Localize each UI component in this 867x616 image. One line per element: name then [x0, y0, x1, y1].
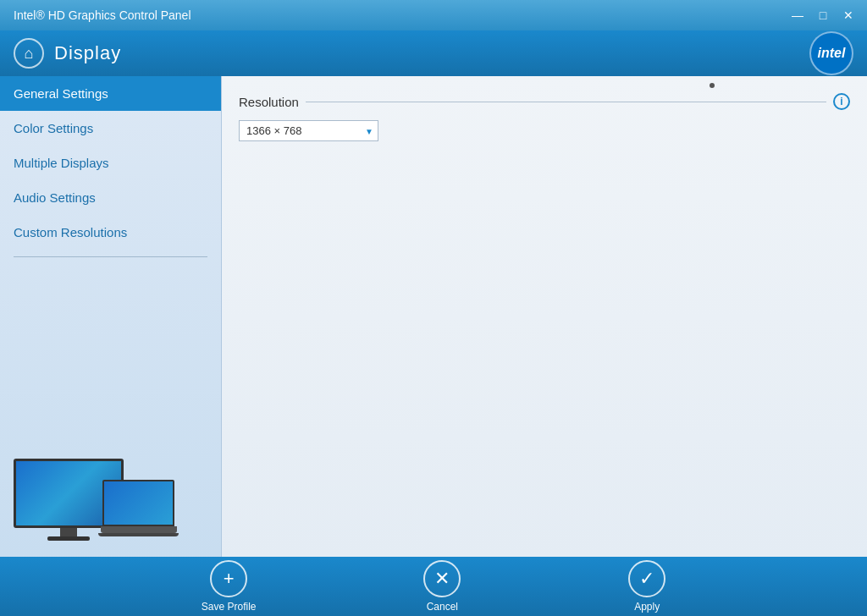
monitor-group: [14, 433, 174, 543]
resolution-section: Resolution i 800 × 600 1024 × 768 1280 ×…: [239, 93, 850, 141]
cancel-action[interactable]: ✕ Cancel: [423, 560, 461, 613]
save-profile-circle: +: [210, 560, 247, 597]
save-profile-icon: +: [224, 568, 235, 590]
cancel-circle: ✕: [423, 560, 461, 597]
intel-text: intel: [818, 46, 846, 61]
app-title: Intel® HD Graphics Control Panel: [14, 8, 191, 22]
maximize-button[interactable]: □: [811, 5, 835, 25]
resolution-label: Resolution: [239, 95, 299, 109]
sidebar-item-multiple-displays[interactable]: Multiple Displays: [0, 146, 221, 180]
resolution-select[interactable]: 800 × 600 1024 × 768 1280 × 720 1366 × 7…: [239, 120, 378, 141]
intel-logo-circle: intel: [809, 31, 853, 75]
intel-logo: intel: [809, 31, 853, 75]
cancel-label: Cancel: [427, 601, 458, 613]
window-controls: — □ ✕: [786, 5, 860, 25]
cancel-icon: ✕: [434, 568, 450, 590]
section-title: Display: [54, 42, 121, 64]
resolution-header: Resolution i: [239, 93, 850, 110]
sidebar: General Settings Color Settings Multiple…: [0, 76, 222, 557]
apply-icon: ✓: [639, 568, 654, 590]
home-icon[interactable]: ⌂: [14, 38, 44, 69]
header-bar: ⌂ Display intel: [0, 30, 867, 76]
content-panel: Resolution i 800 × 600 1024 × 768 1280 ×…: [222, 76, 867, 557]
save-profile-label: Save Profile: [202, 601, 257, 613]
apply-circle: ✓: [628, 560, 665, 597]
apply-label: Apply: [634, 601, 660, 613]
laptop-icon: [102, 480, 174, 543]
top-indicator: [710, 83, 715, 88]
bottom-bar: + Save Profile ✕ Cancel ✓ Apply: [0, 557, 867, 616]
resolution-select-wrapper[interactable]: 800 × 600 1024 × 768 1280 × 720 1366 × 7…: [239, 120, 378, 141]
sidebar-item-custom-resolutions[interactable]: Custom Resolutions: [0, 215, 221, 250]
save-profile-action[interactable]: + Save Profile: [202, 560, 257, 613]
sidebar-item-color-settings[interactable]: Color Settings: [0, 111, 221, 146]
info-icon[interactable]: i: [833, 93, 850, 110]
sidebar-divider: [14, 256, 207, 257]
sidebar-item-audio-settings[interactable]: Audio Settings: [0, 180, 221, 215]
main-container: General Settings Color Settings Multiple…: [0, 76, 867, 557]
apply-action[interactable]: ✓ Apply: [628, 560, 665, 613]
close-button[interactable]: ✕: [837, 5, 860, 25]
title-bar: Intel® HD Graphics Control Panel — □ ✕: [0, 0, 867, 30]
minimize-button[interactable]: —: [786, 5, 809, 25]
sidebar-item-general-settings[interactable]: General Settings: [0, 76, 221, 111]
resolution-divider: [306, 102, 826, 102]
header-left: ⌂ Display: [14, 38, 121, 69]
sidebar-illustration: [0, 420, 221, 557]
